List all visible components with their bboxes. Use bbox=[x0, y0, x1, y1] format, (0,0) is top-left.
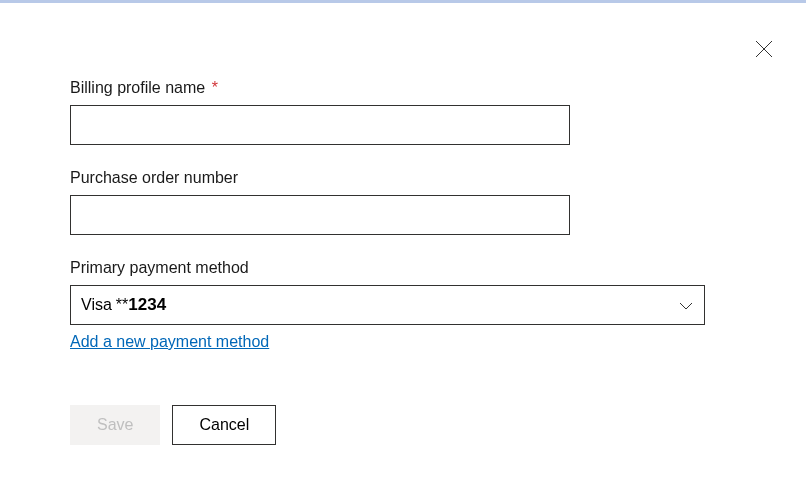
card-last4: 1234 bbox=[128, 295, 166, 314]
label-text: Billing profile name bbox=[70, 79, 205, 96]
billing-profile-form: Billing profile name * Purchase order nu… bbox=[0, 3, 806, 445]
purchase-order-group: Purchase order number bbox=[70, 169, 736, 235]
payment-method-select-wrapper: Visa **1234 bbox=[70, 285, 705, 325]
close-icon bbox=[755, 40, 773, 58]
purchase-order-label: Purchase order number bbox=[70, 169, 736, 187]
close-button[interactable] bbox=[754, 39, 774, 59]
payment-method-label: Primary payment method bbox=[70, 259, 736, 277]
billing-profile-name-input[interactable] bbox=[70, 105, 570, 145]
billing-profile-name-group: Billing profile name * bbox=[70, 79, 736, 145]
required-asterisk: * bbox=[212, 79, 218, 96]
billing-profile-name-label: Billing profile name * bbox=[70, 79, 736, 97]
cancel-button[interactable]: Cancel bbox=[172, 405, 276, 445]
payment-method-group: Primary payment method Visa **1234 Add a… bbox=[70, 259, 736, 351]
add-payment-method-link[interactable]: Add a new payment method bbox=[70, 333, 269, 351]
purchase-order-input[interactable] bbox=[70, 195, 570, 235]
payment-method-select[interactable]: Visa **1234 bbox=[70, 285, 705, 325]
card-type: Visa bbox=[81, 296, 112, 314]
button-row: Save Cancel bbox=[70, 405, 736, 445]
card-mask: **1234 bbox=[116, 295, 166, 315]
save-button[interactable]: Save bbox=[70, 405, 160, 445]
